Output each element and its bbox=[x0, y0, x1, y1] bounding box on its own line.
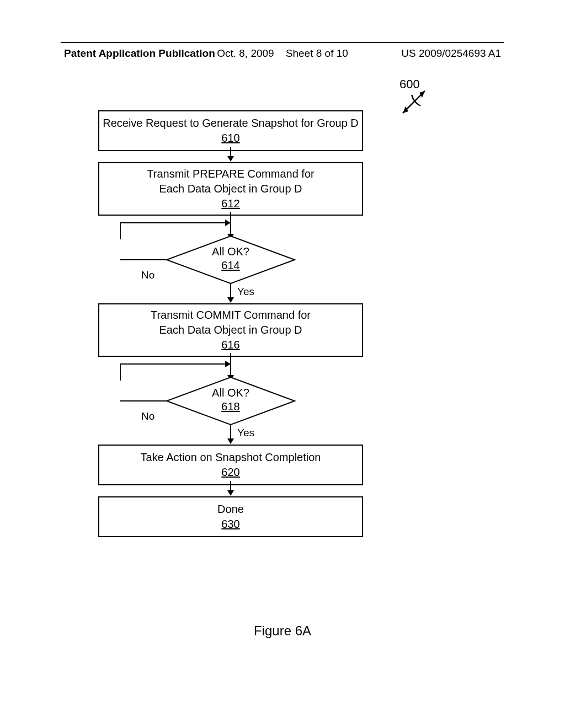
step-take-action: Take Action on Snapshot Completion 620 bbox=[98, 445, 363, 485]
header-pubno: US 2009/0254693 A1 bbox=[401, 47, 501, 60]
svg-marker-6 bbox=[225, 220, 231, 226]
arrow-icon bbox=[230, 481, 231, 495]
no-connector-2-icon bbox=[120, 399, 170, 403]
step-text-line1: Transmit COMMIT Command for bbox=[103, 308, 359, 323]
step-transmit-prepare: Transmit PREPARE Command for Each Data O… bbox=[98, 162, 363, 216]
step-ref: 630 bbox=[103, 517, 359, 532]
arrow-icon bbox=[230, 283, 231, 302]
figure-caption: Figure 6A bbox=[0, 623, 565, 639]
step-done: Done 630 bbox=[98, 496, 363, 537]
step-text: Done bbox=[103, 502, 359, 517]
svg-marker-13 bbox=[225, 361, 231, 367]
step-transmit-commit: Transmit COMMIT Command for Each Data Ob… bbox=[98, 303, 363, 357]
step-text-line1: Transmit PREPARE Command for bbox=[103, 167, 359, 181]
reference-swoosh-icon bbox=[397, 88, 430, 121]
decision-text-1: All OK? 614 bbox=[164, 245, 297, 272]
decision-label: All OK? bbox=[164, 386, 297, 400]
step-receive-request: Receive Request to Generate Snapshot for… bbox=[98, 110, 363, 151]
header-date: Oct. 8, 2009 bbox=[217, 47, 274, 59]
step-ref: 610 bbox=[103, 131, 359, 146]
yes-label-2: Yes bbox=[237, 427, 254, 439]
header-sheet: Sheet 8 of 10 bbox=[286, 47, 348, 59]
no-connector-1-icon bbox=[120, 258, 170, 261]
decision-ref: 614 bbox=[164, 259, 297, 272]
decision-ref: 618 bbox=[164, 400, 297, 414]
step-ref: 620 bbox=[103, 465, 359, 480]
yes-label-1: Yes bbox=[237, 286, 254, 298]
step-text-line2: Each Data Object in Group D bbox=[103, 323, 359, 338]
step-ref: 616 bbox=[103, 338, 359, 352]
header-rule bbox=[61, 42, 504, 43]
arrow-icon bbox=[230, 147, 231, 161]
step-text: Receive Request to Generate Snapshot for… bbox=[103, 116, 359, 131]
no-label-1: No bbox=[141, 269, 154, 281]
step-ref: 612 bbox=[103, 196, 359, 211]
decision-label: All OK? bbox=[164, 245, 297, 259]
step-text: Take Action on Snapshot Completion bbox=[103, 450, 359, 465]
page: Patent Application Publication Oct. 8, 2… bbox=[0, 0, 565, 728]
decision-text-2: All OK? 618 bbox=[164, 386, 297, 414]
no-label-2: No bbox=[141, 410, 154, 422]
step-text-line2: Each Data Object in Group D bbox=[103, 181, 359, 196]
arrow-icon bbox=[230, 425, 231, 443]
